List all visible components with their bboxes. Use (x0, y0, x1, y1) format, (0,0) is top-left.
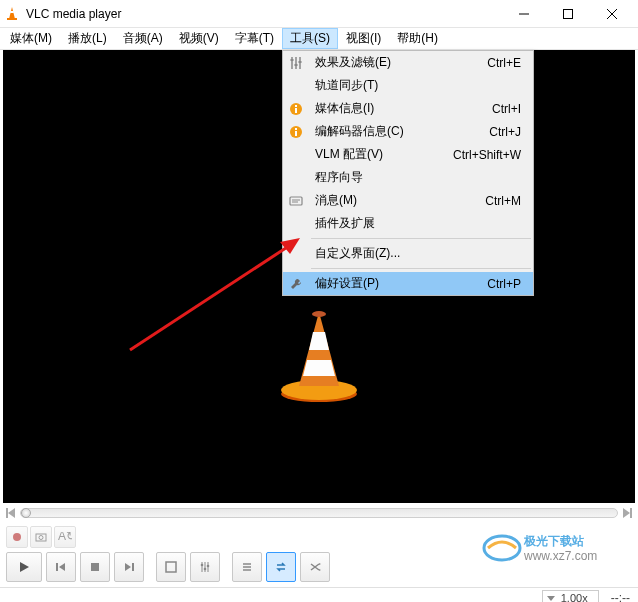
svg-rect-30 (6, 508, 8, 518)
svg-rect-1 (7, 18, 17, 20)
playback-speed[interactable]: 1.00x (542, 590, 599, 603)
wrench-icon (283, 277, 309, 291)
skip-back-button[interactable] (46, 552, 76, 582)
shuffle-button[interactable] (300, 552, 330, 582)
menu-audio[interactable]: 音频(A) (115, 28, 171, 49)
menu-help[interactable]: 帮助(H) (389, 28, 446, 49)
menu-plugins-extensions[interactable]: 插件及扩展 (283, 212, 533, 235)
svg-rect-24 (295, 128, 297, 130)
app-icon (4, 6, 20, 22)
record-button[interactable] (6, 526, 28, 548)
svg-rect-16 (291, 59, 294, 61)
menu-separator (311, 268, 531, 269)
svg-rect-41 (91, 563, 99, 571)
menu-preferences[interactable]: 偏好设置(P) Ctrl+P (283, 272, 533, 295)
menu-program-guide[interactable]: 程序向导 (283, 166, 533, 189)
info-icon (283, 102, 309, 116)
svg-marker-31 (8, 508, 15, 518)
svg-marker-11 (303, 360, 335, 376)
menu-view[interactable]: 视图(I) (338, 28, 389, 49)
svg-marker-55 (319, 569, 321, 571)
fullscreen-button[interactable] (156, 552, 186, 582)
menu-track-sync[interactable]: 轨道同步(T) (283, 74, 533, 97)
info-icon (283, 125, 309, 139)
svg-rect-43 (132, 563, 134, 571)
close-button[interactable] (590, 0, 634, 28)
seek-start-icon[interactable] (6, 508, 16, 518)
messages-icon (283, 194, 309, 208)
menu-vlm-config[interactable]: VLM 配置(V) Ctrl+Shift+W (283, 143, 533, 166)
menu-video[interactable]: 视频(V) (171, 28, 227, 49)
svg-marker-40 (59, 563, 65, 571)
seekbar-row (0, 503, 638, 523)
menu-messages[interactable]: 消息(M) Ctrl+M (283, 189, 533, 212)
svg-point-48 (201, 564, 204, 567)
svg-rect-21 (295, 105, 297, 107)
play-button[interactable] (6, 552, 42, 582)
playback-controls (0, 551, 638, 587)
svg-point-34 (13, 533, 21, 541)
advanced-buttons: A↻B (0, 523, 638, 551)
svg-rect-2 (10, 11, 14, 13)
menu-tools[interactable]: 工具(S) (282, 28, 338, 49)
svg-point-12 (312, 311, 326, 317)
svg-point-50 (207, 565, 210, 568)
window-title: VLC media player (26, 7, 502, 21)
seek-slider[interactable] (20, 508, 618, 518)
time-display: --:-- (611, 591, 630, 603)
svg-marker-38 (20, 562, 29, 572)
snapshot-button[interactable] (30, 526, 52, 548)
svg-marker-54 (319, 563, 321, 565)
menu-subtitle[interactable]: 字幕(T) (227, 28, 282, 49)
loop-button[interactable] (266, 552, 296, 582)
seek-thumb[interactable] (21, 508, 31, 518)
svg-rect-18 (299, 61, 302, 63)
svg-rect-25 (290, 197, 302, 205)
svg-marker-32 (623, 508, 630, 518)
skip-forward-button[interactable] (114, 552, 144, 582)
menubar: 媒体(M) 播放(L) 音频(A) 视频(V) 字幕(T) 工具(S) 视图(I… (0, 28, 638, 50)
svg-marker-42 (125, 563, 131, 571)
vlc-cone-logo (269, 304, 369, 404)
svg-rect-23 (295, 131, 297, 136)
maximize-button[interactable] (546, 0, 590, 28)
svg-point-36 (39, 536, 43, 540)
extended-settings-button[interactable] (190, 552, 220, 582)
svg-text:A↻B: A↻B (58, 532, 72, 542)
seek-end-icon[interactable] (622, 508, 632, 518)
menu-codec-info[interactable]: 编解码器信息(C) Ctrl+J (283, 120, 533, 143)
svg-rect-17 (295, 64, 298, 66)
menu-media-info[interactable]: 媒体信息(I) Ctrl+I (283, 97, 533, 120)
statusbar: 1.00x --:-- (0, 587, 638, 602)
menu-effects-filters[interactable]: 效果及滤镜(E) Ctrl+E (283, 51, 533, 74)
playlist-button[interactable] (232, 552, 262, 582)
minimize-button[interactable] (502, 0, 546, 28)
svg-rect-33 (630, 508, 632, 518)
svg-rect-39 (56, 563, 58, 571)
loop-ab-button[interactable]: A↻B (54, 526, 76, 548)
svg-point-49 (204, 568, 207, 571)
menu-separator (311, 238, 531, 239)
menu-media[interactable]: 媒体(M) (2, 28, 60, 49)
menu-playback[interactable]: 播放(L) (60, 28, 115, 49)
svg-rect-4 (564, 9, 573, 18)
sliders-icon (283, 56, 309, 70)
svg-marker-10 (309, 332, 329, 350)
svg-rect-20 (295, 108, 297, 113)
svg-rect-44 (166, 562, 176, 572)
stop-button[interactable] (80, 552, 110, 582)
menu-customize-interface[interactable]: 自定义界面(Z)... (283, 242, 533, 265)
titlebar: VLC media player (0, 0, 638, 28)
tools-dropdown: 效果及滤镜(E) Ctrl+E 轨道同步(T) 媒体信息(I) Ctrl+I 编… (282, 50, 534, 296)
